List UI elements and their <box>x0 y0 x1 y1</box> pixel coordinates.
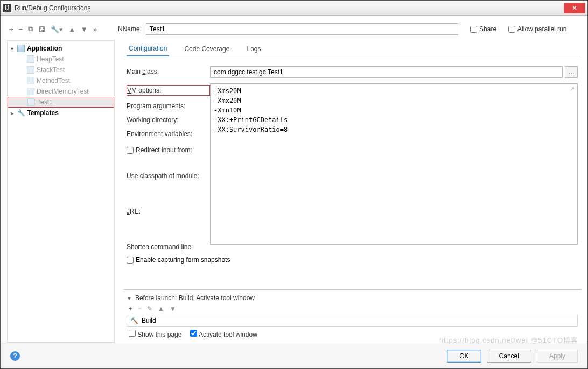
tree-item-directmemorytest[interactable]: DirectMemoryTest <box>8 86 114 97</box>
activate-tool-window-checkbox[interactable]: Activate tool window <box>190 330 257 338</box>
tree-node-templates[interactable]: ▸🔧 Templates <box>8 108 114 118</box>
tab-logs[interactable]: Logs <box>244 42 263 56</box>
tree-item-heaptest[interactable]: HeapTest <box>8 54 114 65</box>
move-up-icon[interactable]: ▲ <box>68 25 75 33</box>
cancel-button[interactable]: Cancel <box>487 350 531 363</box>
tab-code-coverage[interactable]: Code Coverage <box>182 42 232 56</box>
remove-icon[interactable]: − <box>19 25 23 33</box>
show-this-page-checkbox[interactable]: Show this page <box>129 330 181 338</box>
app-icon: IJ <box>3 4 11 12</box>
dialog-window: IJ Run/Debug Configurations ✕ + − ⧉ 🖫 🔧▾… <box>0 0 588 369</box>
bl-down-icon[interactable]: ▼ <box>170 305 176 313</box>
allow-parallel-checkbox[interactable]: Allow parallel run <box>508 25 566 33</box>
expand-icon[interactable]: » <box>93 25 97 33</box>
vm-options-input[interactable] <box>210 83 578 245</box>
working-dir-label: Working directory: <box>127 116 210 124</box>
enable-capturing-checkbox[interactable]: Enable capturing form snapshots <box>127 256 578 264</box>
redirect-input-checkbox[interactable]: Redirect input from: <box>127 146 210 154</box>
copy-icon[interactable]: ⧉ <box>28 25 33 33</box>
program-args-label: Program arguments: <box>127 102 210 110</box>
config-toolbar: + − ⧉ 🖫 🔧▾ ▲ ▼ » <box>7 25 115 33</box>
move-down-icon[interactable]: ▼ <box>81 25 88 33</box>
wrench-icon: 🔧 <box>17 109 25 117</box>
classpath-label: Use classpath of module: <box>127 172 210 180</box>
close-icon[interactable]: ✕ <box>564 3 585 13</box>
tree-item-test1[interactable]: Test1 <box>8 97 114 108</box>
name-label: NName: <box>118 25 142 33</box>
ok-button[interactable]: OK <box>447 350 481 363</box>
bl-up-icon[interactable]: ▲ <box>158 305 164 313</box>
apply-button[interactable]: Apply <box>537 350 578 363</box>
main-class-input[interactable] <box>210 66 563 78</box>
title-bar: IJ Run/Debug Configurations ✕ <box>1 1 587 16</box>
save-icon[interactable]: 🖫 <box>38 25 45 33</box>
hammer-icon: 🔨 <box>130 317 138 324</box>
before-launch-item[interactable]: 🔨 Build <box>127 315 578 327</box>
window-title: Run/Debug Configurations <box>15 4 90 12</box>
before-launch-header[interactable]: ▼ Before launch: Build, Activate tool wi… <box>127 294 578 302</box>
share-checkbox[interactable]: Share <box>470 25 496 33</box>
browse-main-class-button[interactable]: … <box>565 66 578 78</box>
wrench-icon[interactable]: 🔧▾ <box>51 25 63 33</box>
tree-item-methodtest[interactable]: MethodTest <box>8 75 114 86</box>
vm-options-label: VM options: <box>127 85 210 96</box>
chevron-down-icon: ▼ <box>127 295 132 301</box>
name-input[interactable] <box>146 23 458 35</box>
config-tree[interactable]: ▾Application HeapTest StackTest MethodTe… <box>7 40 115 343</box>
bl-add-icon[interactable]: + <box>129 305 132 313</box>
shorten-label: Shorten command line: <box>127 243 210 251</box>
tabs: Configuration Code Coverage Logs <box>123 40 581 56</box>
tree-node-application[interactable]: ▾Application <box>8 43 114 54</box>
env-vars-label: Environment variables: <box>127 130 210 138</box>
expand-field-icon[interactable]: ↗ <box>570 86 575 93</box>
add-icon[interactable]: + <box>9 25 13 33</box>
tree-item-stacktest[interactable]: StackTest <box>8 65 114 75</box>
jre-label: JRE: <box>127 208 210 215</box>
main-class-label: Main class: <box>127 66 210 75</box>
bl-remove-icon[interactable]: − <box>138 305 142 313</box>
tab-configuration[interactable]: Configuration <box>127 41 169 56</box>
help-icon[interactable]: ? <box>10 351 20 361</box>
bl-edit-icon[interactable]: ✎ <box>147 305 152 313</box>
